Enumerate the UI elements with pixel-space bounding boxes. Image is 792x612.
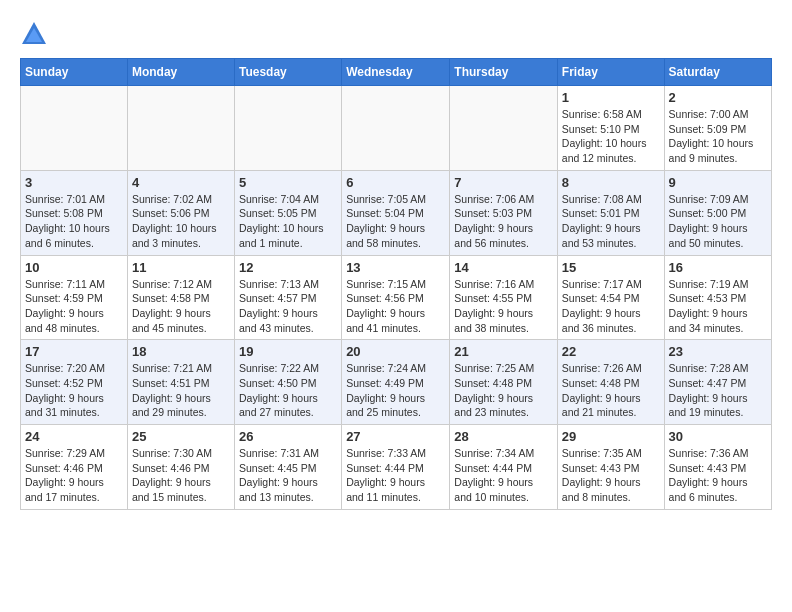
day-number: 5 [239, 175, 337, 190]
weekday-header: Sunday [21, 59, 128, 86]
calendar-cell: 29Sunrise: 7:35 AM Sunset: 4:43 PM Dayli… [557, 425, 664, 510]
calendar-cell: 24Sunrise: 7:29 AM Sunset: 4:46 PM Dayli… [21, 425, 128, 510]
calendar-cell: 26Sunrise: 7:31 AM Sunset: 4:45 PM Dayli… [234, 425, 341, 510]
calendar-cell [127, 86, 234, 171]
calendar-cell: 8Sunrise: 7:08 AM Sunset: 5:01 PM Daylig… [557, 170, 664, 255]
calendar-cell [342, 86, 450, 171]
day-number: 10 [25, 260, 123, 275]
logo-icon [20, 20, 48, 48]
day-info: Sunrise: 7:33 AM Sunset: 4:44 PM Dayligh… [346, 446, 445, 505]
day-number: 19 [239, 344, 337, 359]
day-info: Sunrise: 7:22 AM Sunset: 4:50 PM Dayligh… [239, 361, 337, 420]
day-number: 17 [25, 344, 123, 359]
day-number: 16 [669, 260, 767, 275]
day-number: 11 [132, 260, 230, 275]
day-info: Sunrise: 7:36 AM Sunset: 4:43 PM Dayligh… [669, 446, 767, 505]
day-info: Sunrise: 7:01 AM Sunset: 5:08 PM Dayligh… [25, 192, 123, 251]
day-number: 8 [562, 175, 660, 190]
calendar-cell [450, 86, 558, 171]
day-info: Sunrise: 7:28 AM Sunset: 4:47 PM Dayligh… [669, 361, 767, 420]
day-number: 2 [669, 90, 767, 105]
calendar-cell: 1Sunrise: 6:58 AM Sunset: 5:10 PM Daylig… [557, 86, 664, 171]
day-info: Sunrise: 7:24 AM Sunset: 4:49 PM Dayligh… [346, 361, 445, 420]
day-info: Sunrise: 7:11 AM Sunset: 4:59 PM Dayligh… [25, 277, 123, 336]
day-info: Sunrise: 7:04 AM Sunset: 5:05 PM Dayligh… [239, 192, 337, 251]
calendar-cell: 11Sunrise: 7:12 AM Sunset: 4:58 PM Dayli… [127, 255, 234, 340]
calendar-cell: 22Sunrise: 7:26 AM Sunset: 4:48 PM Dayli… [557, 340, 664, 425]
weekday-header: Thursday [450, 59, 558, 86]
day-number: 25 [132, 429, 230, 444]
day-info: Sunrise: 7:26 AM Sunset: 4:48 PM Dayligh… [562, 361, 660, 420]
day-info: Sunrise: 7:05 AM Sunset: 5:04 PM Dayligh… [346, 192, 445, 251]
day-info: Sunrise: 7:21 AM Sunset: 4:51 PM Dayligh… [132, 361, 230, 420]
weekday-header: Friday [557, 59, 664, 86]
calendar-cell: 17Sunrise: 7:20 AM Sunset: 4:52 PM Dayli… [21, 340, 128, 425]
calendar-cell: 16Sunrise: 7:19 AM Sunset: 4:53 PM Dayli… [664, 255, 771, 340]
day-number: 27 [346, 429, 445, 444]
day-info: Sunrise: 7:20 AM Sunset: 4:52 PM Dayligh… [25, 361, 123, 420]
calendar-cell: 10Sunrise: 7:11 AM Sunset: 4:59 PM Dayli… [21, 255, 128, 340]
day-info: Sunrise: 7:00 AM Sunset: 5:09 PM Dayligh… [669, 107, 767, 166]
calendar-cell [21, 86, 128, 171]
calendar-cell: 25Sunrise: 7:30 AM Sunset: 4:46 PM Dayli… [127, 425, 234, 510]
calendar-cell [234, 86, 341, 171]
day-info: Sunrise: 7:17 AM Sunset: 4:54 PM Dayligh… [562, 277, 660, 336]
day-number: 3 [25, 175, 123, 190]
calendar-cell: 4Sunrise: 7:02 AM Sunset: 5:06 PM Daylig… [127, 170, 234, 255]
day-info: Sunrise: 7:25 AM Sunset: 4:48 PM Dayligh… [454, 361, 553, 420]
day-number: 12 [239, 260, 337, 275]
calendar-cell: 28Sunrise: 7:34 AM Sunset: 4:44 PM Dayli… [450, 425, 558, 510]
day-number: 9 [669, 175, 767, 190]
weekday-header: Tuesday [234, 59, 341, 86]
day-number: 26 [239, 429, 337, 444]
day-number: 4 [132, 175, 230, 190]
calendar-cell: 19Sunrise: 7:22 AM Sunset: 4:50 PM Dayli… [234, 340, 341, 425]
day-number: 22 [562, 344, 660, 359]
day-number: 28 [454, 429, 553, 444]
day-info: Sunrise: 7:09 AM Sunset: 5:00 PM Dayligh… [669, 192, 767, 251]
day-number: 14 [454, 260, 553, 275]
day-number: 30 [669, 429, 767, 444]
day-info: Sunrise: 7:12 AM Sunset: 4:58 PM Dayligh… [132, 277, 230, 336]
day-number: 6 [346, 175, 445, 190]
calendar-cell: 7Sunrise: 7:06 AM Sunset: 5:03 PM Daylig… [450, 170, 558, 255]
day-info: Sunrise: 7:29 AM Sunset: 4:46 PM Dayligh… [25, 446, 123, 505]
day-number: 13 [346, 260, 445, 275]
weekday-header: Wednesday [342, 59, 450, 86]
day-info: Sunrise: 7:08 AM Sunset: 5:01 PM Dayligh… [562, 192, 660, 251]
day-number: 23 [669, 344, 767, 359]
weekday-header: Saturday [664, 59, 771, 86]
page-header [20, 20, 772, 48]
calendar-cell: 6Sunrise: 7:05 AM Sunset: 5:04 PM Daylig… [342, 170, 450, 255]
calendar-cell: 13Sunrise: 7:15 AM Sunset: 4:56 PM Dayli… [342, 255, 450, 340]
calendar-cell: 2Sunrise: 7:00 AM Sunset: 5:09 PM Daylig… [664, 86, 771, 171]
calendar-cell: 30Sunrise: 7:36 AM Sunset: 4:43 PM Dayli… [664, 425, 771, 510]
day-number: 21 [454, 344, 553, 359]
day-info: Sunrise: 7:31 AM Sunset: 4:45 PM Dayligh… [239, 446, 337, 505]
day-info: Sunrise: 7:15 AM Sunset: 4:56 PM Dayligh… [346, 277, 445, 336]
calendar-cell: 5Sunrise: 7:04 AM Sunset: 5:05 PM Daylig… [234, 170, 341, 255]
day-number: 29 [562, 429, 660, 444]
day-info: Sunrise: 7:02 AM Sunset: 5:06 PM Dayligh… [132, 192, 230, 251]
calendar-cell: 20Sunrise: 7:24 AM Sunset: 4:49 PM Dayli… [342, 340, 450, 425]
day-info: Sunrise: 7:35 AM Sunset: 4:43 PM Dayligh… [562, 446, 660, 505]
day-info: Sunrise: 7:13 AM Sunset: 4:57 PM Dayligh… [239, 277, 337, 336]
calendar-cell: 14Sunrise: 7:16 AM Sunset: 4:55 PM Dayli… [450, 255, 558, 340]
day-number: 7 [454, 175, 553, 190]
calendar-cell: 27Sunrise: 7:33 AM Sunset: 4:44 PM Dayli… [342, 425, 450, 510]
calendar-header: SundayMondayTuesdayWednesdayThursdayFrid… [21, 59, 772, 86]
day-info: Sunrise: 7:34 AM Sunset: 4:44 PM Dayligh… [454, 446, 553, 505]
calendar-cell: 3Sunrise: 7:01 AM Sunset: 5:08 PM Daylig… [21, 170, 128, 255]
day-number: 20 [346, 344, 445, 359]
calendar-cell: 23Sunrise: 7:28 AM Sunset: 4:47 PM Dayli… [664, 340, 771, 425]
calendar-cell: 18Sunrise: 7:21 AM Sunset: 4:51 PM Dayli… [127, 340, 234, 425]
calendar-cell: 12Sunrise: 7:13 AM Sunset: 4:57 PM Dayli… [234, 255, 341, 340]
calendar-table: SundayMondayTuesdayWednesdayThursdayFrid… [20, 58, 772, 510]
day-info: Sunrise: 6:58 AM Sunset: 5:10 PM Dayligh… [562, 107, 660, 166]
day-info: Sunrise: 7:16 AM Sunset: 4:55 PM Dayligh… [454, 277, 553, 336]
calendar-cell: 9Sunrise: 7:09 AM Sunset: 5:00 PM Daylig… [664, 170, 771, 255]
day-number: 1 [562, 90, 660, 105]
calendar-cell: 21Sunrise: 7:25 AM Sunset: 4:48 PM Dayli… [450, 340, 558, 425]
day-number: 18 [132, 344, 230, 359]
weekday-header: Monday [127, 59, 234, 86]
